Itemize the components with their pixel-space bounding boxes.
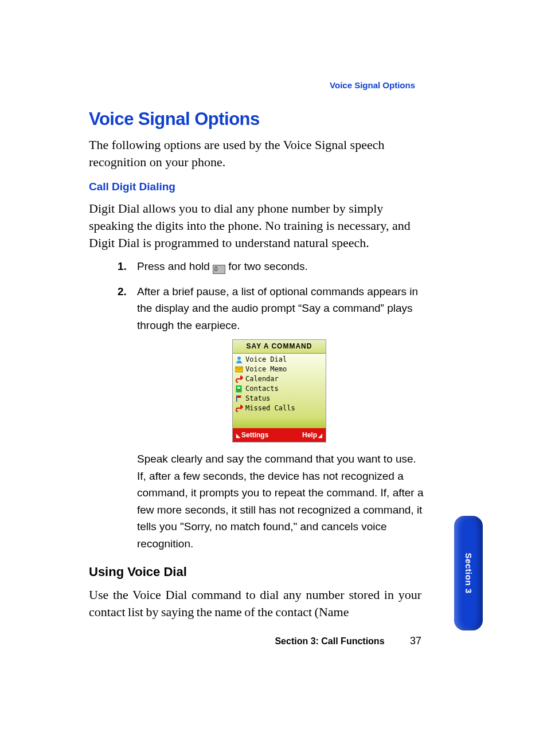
step-2-text: After a brief pause, a list of optional …	[137, 285, 418, 331]
subheading-call-digit-dialing: Call Digit Dialing	[89, 181, 421, 193]
zero-key-icon: 0	[213, 265, 225, 274]
contacts-book-icon	[235, 385, 243, 393]
phone-menu-item-contacts: Contacts	[235, 384, 323, 394]
phone-softkey-left: Settings	[236, 430, 268, 441]
phone-menu-item-missed-calls: Missed Calls	[235, 404, 323, 413]
using-voice-dial-paragraph: Use the Voice Dial command to dial any n…	[89, 586, 421, 620]
step-1-text-a: Press and hold	[137, 260, 213, 272]
person-icon	[235, 356, 243, 363]
svg-point-0	[237, 357, 241, 360]
phone-menu-list: Voice Dial Voice Memo Calendar	[233, 354, 326, 428]
phone-menu-item-voice-dial: Voice Dial	[235, 355, 323, 365]
intro-paragraph: The following options are used by the Vo…	[89, 136, 421, 170]
phone-screenshot: SAY A COMMAND Voice Dial Voice Memo	[232, 339, 326, 442]
phone-menu-item-calendar: Calendar	[235, 374, 323, 384]
subheading-using-voice-dial: Using Voice Dial	[89, 565, 421, 579]
section-title: Voice Signal Options	[89, 109, 421, 130]
phone-menu-label: Voice Memo	[245, 364, 287, 375]
page-footer: Section 3: Call Functions 37	[89, 635, 421, 647]
phone-menu-label: Status	[245, 393, 270, 404]
phone-menu-item-status: Status	[235, 394, 323, 404]
step-1: 1. Press and hold 0 for two seconds.	[118, 258, 421, 275]
svg-rect-4	[236, 395, 237, 402]
phone-menu-item-voice-memo: Voice Memo	[235, 365, 323, 374]
step-1-text-b: for two seconds.	[225, 260, 308, 272]
section-tab: Section 3	[454, 516, 483, 630]
page-content: Voice Signal Options The following optio…	[89, 109, 421, 627]
phone-screen-title: SAY A COMMAND	[233, 340, 326, 354]
phone-menu-label: Contacts	[245, 383, 279, 394]
digit-dial-paragraph: Digit Dial allows you to dial any phone …	[89, 200, 421, 251]
phone-menu-label: Calendar	[245, 374, 279, 385]
running-head: Voice Signal Options	[330, 80, 415, 90]
footer-section-label: Section 3: Call Functions	[275, 636, 384, 646]
steps-list: 1. Press and hold 0 for two seconds. 2. …	[118, 258, 421, 442]
flag-icon	[235, 395, 243, 402]
step-2: 2. After a brief pause, a list of option…	[118, 283, 421, 443]
footer-page-number: 37	[387, 635, 421, 647]
envelope-icon	[235, 366, 243, 373]
section-tab-label: Section 3	[464, 553, 474, 593]
svg-rect-3	[237, 387, 240, 389]
phone-softkey-bar: Settings Help	[233, 428, 326, 442]
post-screenshot-paragraph: Speak clearly and say the command that y…	[137, 451, 424, 552]
step-number: 2.	[118, 283, 127, 300]
step-number: 1.	[118, 258, 127, 275]
missed-call-arrow-icon	[235, 405, 243, 412]
phone-menu-label: Missed Calls	[245, 403, 295, 414]
phone-menu-label: Voice Dial	[245, 354, 287, 365]
calendar-arrow-icon	[235, 375, 243, 383]
svg-rect-2	[236, 386, 241, 392]
phone-softkey-right: Help	[302, 430, 322, 441]
